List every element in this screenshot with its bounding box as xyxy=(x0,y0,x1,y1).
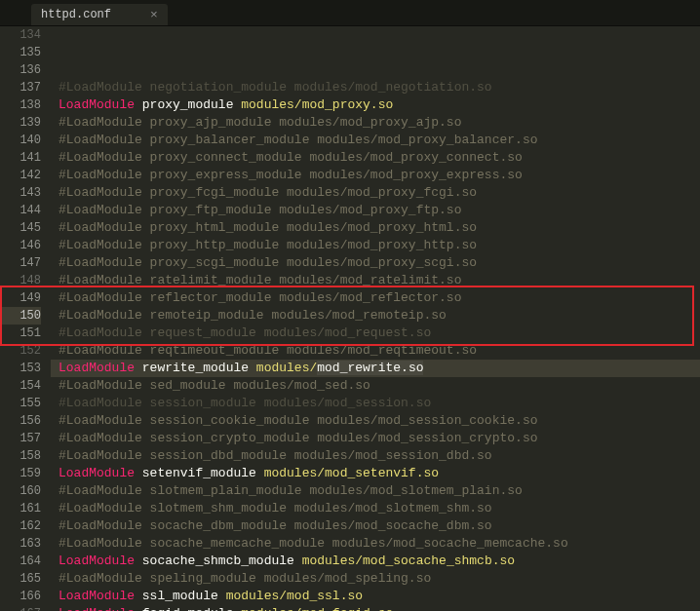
tab-filename: httpd.conf xyxy=(41,8,111,21)
code-line[interactable]: #LoadModule slotmem_plain_module modules… xyxy=(51,482,700,500)
text-selection: mod_rewrite.so xyxy=(317,361,423,375)
code-line[interactable]: #LoadModule request_module modules/mod_r… xyxy=(51,325,700,342)
code-line[interactable]: LoadModule fcgid_module modules/mod_fcgi… xyxy=(51,605,700,611)
line-number: 167 xyxy=(0,605,41,611)
line-number: 163 xyxy=(0,535,41,553)
line-number: 162 xyxy=(0,517,41,535)
code-line[interactable]: #LoadModule proxy_http_module modules/mo… xyxy=(51,237,700,254)
code-line[interactable]: #LoadModule session_cookie_module module… xyxy=(51,412,700,430)
code-line[interactable]: #LoadModule negotiation_module modules/m… xyxy=(51,79,700,96)
tab-bar: httpd.conf × xyxy=(0,0,700,26)
line-number: 150 xyxy=(0,307,41,325)
line-number: 166 xyxy=(0,588,41,605)
code-line[interactable]: LoadModule ssl_module modules/mod_ssl.so xyxy=(51,588,700,605)
code-area[interactable]: #LoadModule negotiation_module modules/m… xyxy=(51,26,700,611)
line-number: 136 xyxy=(0,61,41,79)
line-number: 149 xyxy=(0,289,41,307)
line-number: 143 xyxy=(0,184,41,202)
line-number: 137 xyxy=(0,79,41,96)
line-number: 158 xyxy=(0,447,41,465)
code-line[interactable]: LoadModule proxy_module modules/mod_prox… xyxy=(51,96,700,114)
line-number: 161 xyxy=(0,500,41,517)
line-number: 142 xyxy=(0,167,41,184)
code-line[interactable]: #LoadModule session_dbd_module modules/m… xyxy=(51,447,700,465)
code-line[interactable]: #LoadModule proxy_balancer_module module… xyxy=(51,132,700,149)
line-number-gutter: 1341351361371381391401411421431441451461… xyxy=(0,26,51,611)
line-number: 155 xyxy=(0,395,41,412)
line-number: 145 xyxy=(0,219,41,237)
code-line[interactable]: LoadModule rewrite_module modules/mod_re… xyxy=(51,360,700,377)
line-number: 159 xyxy=(0,465,41,482)
code-line[interactable]: #LoadModule reflector_module modules/mod… xyxy=(51,289,700,307)
code-line[interactable]: #LoadModule remoteip_module modules/mod_… xyxy=(51,307,700,325)
line-number: 152 xyxy=(0,342,41,360)
line-number: 164 xyxy=(0,553,41,570)
line-number: 147 xyxy=(0,254,41,272)
line-number: 146 xyxy=(0,237,41,254)
code-line[interactable]: #LoadModule proxy_scgi_module modules/mo… xyxy=(51,254,700,272)
file-tab[interactable]: httpd.conf × xyxy=(31,4,168,25)
code-line[interactable]: #LoadModule proxy_connect_module modules… xyxy=(51,149,700,167)
code-line[interactable]: #LoadModule socache_dbm_module modules/m… xyxy=(51,517,700,535)
line-number: 165 xyxy=(0,570,41,588)
code-line[interactable]: LoadModule socache_shmcb_module modules/… xyxy=(51,553,700,570)
code-line[interactable]: #LoadModule proxy_ftp_module modules/mod… xyxy=(51,202,700,219)
line-number: 138 xyxy=(0,96,41,114)
code-line[interactable]: #LoadModule slotmem_shm_module modules/m… xyxy=(51,500,700,517)
code-line[interactable]: #LoadModule session_crypto_module module… xyxy=(51,430,700,447)
line-number: 148 xyxy=(0,272,41,289)
code-line[interactable]: #LoadModule session_module modules/mod_s… xyxy=(51,395,700,412)
close-icon[interactable]: × xyxy=(150,9,158,21)
line-number: 154 xyxy=(0,377,41,395)
code-line[interactable]: #LoadModule proxy_html_module modules/mo… xyxy=(51,219,700,237)
line-number: 139 xyxy=(0,114,41,132)
line-number: 157 xyxy=(0,430,41,447)
line-number: 140 xyxy=(0,132,41,149)
code-line[interactable]: #LoadModule sed_module modules/mod_sed.s… xyxy=(51,377,700,395)
line-number: 135 xyxy=(0,44,41,61)
line-number: 144 xyxy=(0,202,41,219)
line-number: 134 xyxy=(0,26,41,44)
code-line[interactable]: #LoadModule proxy_ajp_module modules/mod… xyxy=(51,114,700,132)
line-number: 141 xyxy=(0,149,41,167)
code-line[interactable]: #LoadModule proxy_fcgi_module modules/mo… xyxy=(51,184,700,202)
code-line[interactable]: #LoadModule ratelimit_module modules/mod… xyxy=(51,272,700,289)
line-number: 151 xyxy=(0,325,41,342)
line-number: 160 xyxy=(0,482,41,500)
editor[interactable]: 1341351361371381391401411421431441451461… xyxy=(0,26,700,611)
line-number: 156 xyxy=(0,412,41,430)
code-line[interactable]: #LoadModule socache_memcache_module modu… xyxy=(51,535,700,553)
code-line[interactable]: #LoadModule proxy_express_module modules… xyxy=(51,167,700,184)
code-line[interactable]: #LoadModule speling_module modules/mod_s… xyxy=(51,570,700,588)
code-line[interactable]: #LoadModule reqtimeout_module modules/mo… xyxy=(51,342,700,360)
code-line[interactable]: LoadModule setenvif_module modules/mod_s… xyxy=(51,465,700,482)
line-number: 153 xyxy=(0,360,41,377)
